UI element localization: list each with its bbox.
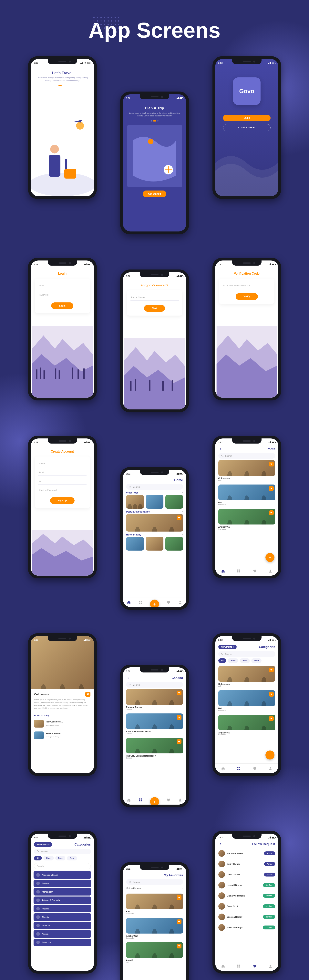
fab-add[interactable]: ＋	[266, 751, 274, 759]
hotel-row[interactable]: Rosewood Hotel… lorem ipsum simply	[31, 718, 94, 730]
filter-chip[interactable]: Hotel	[43, 856, 54, 861]
country-item[interactable]: Albania	[34, 913, 91, 921]
user-icon[interactable]	[268, 964, 272, 968]
search-input[interactable]: Search	[218, 453, 275, 459]
country-item[interactable]: Angola	[34, 930, 91, 938]
grid-icon[interactable]	[237, 569, 241, 573]
bookmark-icon[interactable]: ❤	[85, 692, 90, 697]
heart-icon[interactable]	[253, 964, 257, 968]
home-icon[interactable]	[221, 767, 225, 770]
list-item[interactable]: ❤ Bali Indonesia	[215, 689, 279, 713]
bookmark-icon[interactable]: ❤	[269, 511, 274, 515]
heart-icon[interactable]	[253, 569, 257, 573]
bookmark-icon[interactable]: ❤	[177, 895, 181, 900]
name-field[interactable]	[38, 460, 86, 467]
follow-button[interactable]: Follow	[264, 873, 275, 877]
bookmark-icon[interactable]: ❤	[177, 920, 181, 924]
country-item[interactable]: Anguilla	[34, 905, 91, 912]
list-item[interactable]: ❤ Bali Indonesia	[123, 892, 186, 916]
country-item[interactable]: Afghanistan	[34, 888, 91, 896]
next-button[interactable]: Next	[144, 305, 165, 312]
heart-icon[interactable]	[167, 798, 170, 802]
bookmark-icon[interactable]: ❤	[269, 486, 274, 491]
list-item[interactable]: ❤ Ramada Encore Canada	[123, 687, 186, 712]
search-input[interactable]: Search	[126, 879, 183, 885]
confirm-button[interactable]: Confirm	[263, 915, 275, 919]
confirm-button[interactable]: Confirm	[263, 883, 275, 887]
login-submit-button[interactable]: Login	[51, 302, 74, 309]
back-icon[interactable]	[126, 676, 130, 680]
bookmark-icon[interactable]: ❤	[269, 716, 274, 721]
bookmark-icon[interactable]: ❤	[269, 692, 274, 697]
home-icon[interactable]	[221, 569, 225, 573]
bookmark-icon[interactable]: ❤	[177, 691, 181, 695]
list-item[interactable]: ❤ Angkor Wat Cambodia	[123, 916, 186, 940]
country-item[interactable]: Andorra	[34, 880, 91, 887]
confirm-password-field[interactable]	[38, 487, 86, 493]
heart-icon[interactable]	[253, 767, 257, 770]
grid-icon[interactable]	[139, 600, 142, 604]
password-field[interactable]	[38, 478, 86, 485]
post-hgrid[interactable]	[123, 495, 186, 509]
follow-request-row[interactable]: Follow Request›	[123, 885, 186, 892]
signup-button[interactable]: Sign Up	[50, 497, 75, 504]
bookmark-icon[interactable]: ❤	[177, 715, 181, 720]
grid-icon[interactable]	[237, 767, 241, 770]
home-icon[interactable]	[127, 600, 131, 604]
bookmark-icon[interactable]: ❤	[177, 739, 181, 744]
back-icon[interactable]	[218, 842, 222, 846]
filter-chip[interactable]: All	[34, 856, 42, 861]
search-input[interactable]: Search	[126, 682, 183, 687]
home-icon[interactable]	[221, 964, 225, 968]
grid-icon[interactable]	[139, 798, 142, 802]
country-item[interactable]: Ascension Island	[34, 871, 91, 879]
confirm-button[interactable]: Confirm	[263, 926, 275, 929]
follow-button[interactable]: Follow	[264, 851, 275, 855]
password-field[interactable]	[38, 292, 86, 298]
hotels-hgrid[interactable]	[123, 537, 186, 550]
list-item[interactable]: ❤ Amalfi Italy	[123, 940, 186, 965]
confirm-button[interactable]: Confirm	[263, 904, 275, 908]
filter-chip[interactable]: All	[218, 659, 226, 663]
chevron-right-icon[interactable]: ›	[182, 533, 183, 536]
popular-card[interactable]: ❤	[126, 514, 183, 531]
search-input[interactable]: Search	[126, 484, 183, 490]
create-account-button[interactable]: Create Account	[223, 124, 271, 131]
login-button[interactable]: Login	[223, 115, 271, 121]
filter-chip[interactable]: Food	[67, 856, 77, 861]
email-field[interactable]	[38, 282, 86, 289]
confirm-button[interactable]: Confirm	[263, 894, 275, 898]
fab-add[interactable]: ＋	[150, 797, 159, 805]
category-pill[interactable]: Monuments ▾	[218, 644, 237, 649]
code-field[interactable]	[223, 282, 271, 289]
phone-field[interactable]	[130, 294, 179, 301]
bookmark-icon[interactable]: ❤	[269, 462, 274, 466]
list-item[interactable]: ❤ Colosseum Italy	[215, 665, 279, 689]
fab-add[interactable]: ＋	[266, 553, 274, 562]
home-icon[interactable]	[127, 798, 131, 802]
fab-add[interactable]: ＋	[150, 600, 159, 607]
list-item[interactable]: ❤ Colosseum Italy	[215, 459, 279, 483]
country-item[interactable]: Antigua & Barbuda	[34, 897, 91, 904]
user-icon[interactable]	[268, 569, 272, 573]
filter-chip[interactable]: Bars	[240, 659, 250, 663]
bookmark-icon[interactable]: ❤	[269, 668, 274, 672]
user-icon[interactable]	[268, 767, 272, 770]
chevron-right-icon[interactable]: ›	[182, 491, 183, 494]
country-item[interactable]: Armenia	[34, 922, 91, 929]
back-icon[interactable]	[218, 447, 222, 451]
bookmark-icon[interactable]: ❤	[177, 944, 181, 948]
search-input[interactable]: Search	[218, 651, 275, 657]
list-item[interactable]: ❤ Alani Beachwood Resort Canada	[123, 712, 186, 736]
follow-button[interactable]: Follow	[264, 862, 275, 866]
list-item[interactable]: ❤ Bali Indonesia	[215, 483, 279, 507]
list-item[interactable]: ❤ Angkor Wat Cambodia	[215, 713, 279, 737]
category-pill[interactable]: Monuments ▾	[34, 842, 52, 847]
country-item[interactable]: Antarctica	[34, 939, 91, 946]
verify-button[interactable]: Verify	[235, 293, 258, 300]
bookmark-icon[interactable]: ❤	[177, 515, 181, 520]
filter-chip[interactable]: Hotel	[228, 659, 238, 663]
list-item[interactable]: ❤ Angkor Wat Cambodia	[215, 507, 279, 531]
filter-chip[interactable]: Bars	[55, 856, 65, 861]
search-input[interactable]: Search	[34, 849, 91, 854]
